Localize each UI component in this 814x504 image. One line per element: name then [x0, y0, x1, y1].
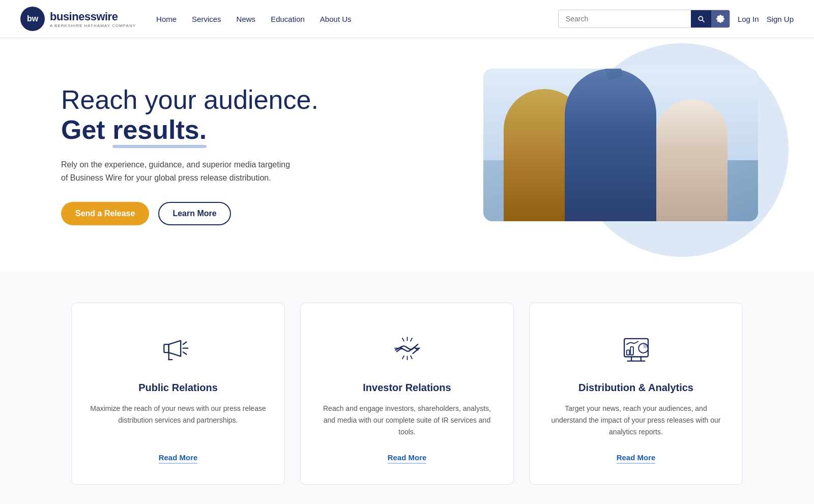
- search-icon: [697, 15, 705, 23]
- cards-section: Public Relations Maximize the reach of y…: [0, 272, 814, 504]
- megaphone-icon: [159, 330, 197, 368]
- brand-name-bold: wire: [96, 10, 118, 23]
- handshake-icon: [388, 330, 426, 368]
- card-investor-relations-desc: Reach and engage investors, shareholders…: [318, 403, 496, 438]
- brand-name-light: business: [50, 10, 96, 23]
- card-distribution-analytics-link[interactable]: Read More: [617, 453, 656, 464]
- hero-headline-line2-suffix: results.: [112, 115, 207, 145]
- svg-rect-19: [626, 350, 629, 354]
- svg-line-9: [411, 338, 412, 341]
- card-public-relations-desc: Maximize the reach of your news with our…: [90, 403, 267, 438]
- card-distribution-analytics-title: Distribution & Analytics: [578, 382, 693, 394]
- distribution-analytics-icon: [616, 329, 656, 369]
- svg-line-11: [402, 355, 404, 359]
- card-investor-relations-link[interactable]: Read More: [388, 453, 427, 464]
- search-button[interactable]: [691, 10, 711, 27]
- svg-rect-20: [630, 346, 633, 354]
- brand-subtitle: A BERKSHIRE HATHAWAY COMPANY: [50, 23, 136, 28]
- card-public-relations: Public Relations Maximize the reach of y…: [71, 303, 285, 485]
- logo[interactable]: bw businesswire A BERKSHIRE HATHAWAY COM…: [20, 7, 136, 31]
- learn-more-button[interactable]: Learn More: [158, 202, 230, 225]
- header-right: Log In Sign Up: [558, 10, 794, 28]
- public-relations-icon: [158, 329, 198, 369]
- svg-rect-1: [164, 344, 168, 352]
- logo-text: businesswire A BERKSHIRE HATHAWAY COMPAN…: [50, 10, 136, 28]
- gear-icon: [716, 15, 724, 23]
- svg-line-6: [183, 352, 186, 354]
- login-link[interactable]: Log In: [738, 15, 759, 23]
- person-2: [565, 69, 656, 221]
- hero-photo: [483, 69, 758, 221]
- nav-home[interactable]: Home: [156, 12, 177, 26]
- nav-news[interactable]: News: [237, 12, 256, 26]
- card-public-relations-link[interactable]: Read More: [159, 453, 198, 464]
- photo-scene: [483, 69, 758, 221]
- auth-links: Log In Sign Up: [738, 15, 794, 23]
- svg-line-4: [183, 342, 186, 344]
- hero-headline-line2-prefix: Get: [61, 115, 105, 144]
- hero-image-area: [483, 69, 773, 242]
- nav-services[interactable]: Services: [192, 12, 221, 26]
- card-distribution-analytics-desc: Target your news, reach your audiences, …: [547, 403, 724, 438]
- logo-icon: bw: [20, 7, 45, 31]
- analytics-icon: [617, 330, 655, 368]
- logo-initials: bw: [27, 14, 38, 23]
- card-distribution-analytics: Distribution & Analytics Target your new…: [529, 303, 743, 485]
- send-release-button[interactable]: Send a Release: [61, 202, 149, 225]
- nav-education[interactable]: Education: [271, 12, 305, 26]
- card-investor-relations-title: Investor Relations: [363, 382, 451, 394]
- hero-description: Rely on the experience, guidance, and su…: [61, 158, 295, 184]
- investor-relations-icon: [387, 329, 427, 369]
- card-investor-relations: Investor Relations Reach and engage inve…: [300, 303, 514, 485]
- search-bar: [558, 10, 730, 28]
- hero-headline-line1: Reach your audience.: [61, 85, 318, 114]
- search-settings-button[interactable]: [711, 10, 730, 27]
- nav-about-us[interactable]: About Us: [320, 12, 352, 26]
- site-header: bw businesswire A BERKSHIRE HATHAWAY COM…: [0, 0, 814, 38]
- hero-headline: Reach your audience. Get results.: [61, 85, 318, 146]
- hero-buttons: Send a Release Learn More: [61, 202, 318, 225]
- card-public-relations-title: Public Relations: [138, 382, 218, 394]
- search-input[interactable]: [559, 11, 691, 27]
- svg-line-8: [402, 338, 404, 341]
- svg-line-12: [411, 355, 412, 359]
- person-3: [656, 99, 728, 221]
- hero-content: Reach your audience. Get results. Rely o…: [61, 85, 318, 226]
- signup-link[interactable]: Sign Up: [767, 15, 794, 23]
- brand-name: businesswire: [50, 10, 136, 23]
- hero-section: Reach your audience. Get results. Rely o…: [0, 38, 814, 272]
- main-nav: Home Services News Education About Us: [156, 12, 558, 26]
